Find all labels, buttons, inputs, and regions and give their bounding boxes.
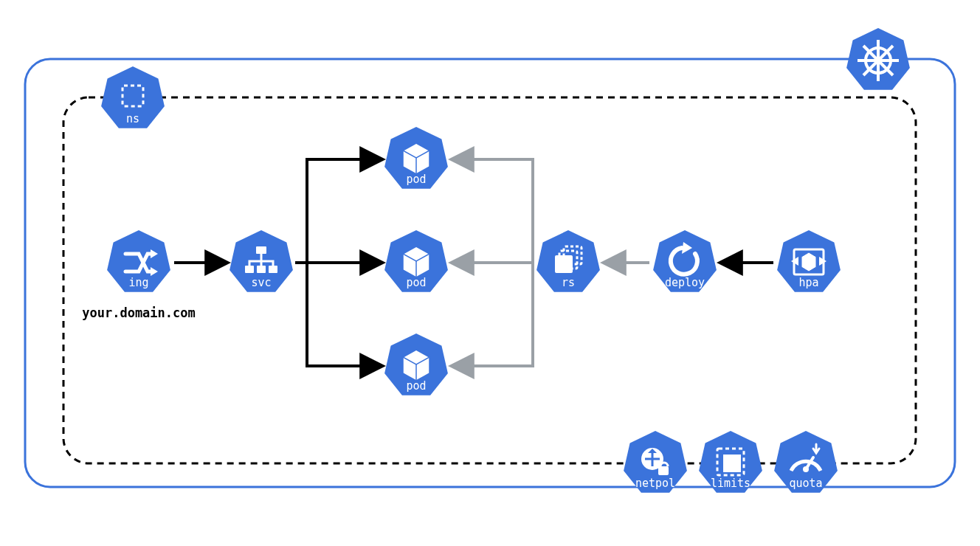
node-netpol: netpol [624, 431, 687, 493]
node-label: hpa [798, 276, 818, 289]
node-svc: svc [230, 230, 293, 292]
node-label: netpol [635, 477, 675, 490]
node-ing: ing [107, 230, 170, 292]
node-label: ns [126, 112, 139, 125]
svg-rect-21 [723, 455, 741, 472]
node-hpa: hpa [777, 230, 841, 292]
svg-rect-10 [269, 266, 277, 273]
node-rs: rs [536, 230, 600, 292]
svg-rect-16 [555, 255, 573, 273]
kubernetes-architecture-diagram: ns ing your.domain.com svc [0, 0, 980, 546]
node-limits: limits [699, 431, 762, 493]
edge-svc-pod3 [307, 263, 381, 366]
node-label: svc [251, 276, 271, 289]
node-label: pod [406, 379, 426, 393]
node-pod3: pod [384, 334, 448, 395]
node-label: quota [789, 477, 822, 490]
node-pod1: pod [384, 127, 448, 189]
edge-rs-pod3 [453, 263, 533, 366]
node-label: pod [406, 173, 426, 186]
node-pod2: pod [384, 230, 448, 292]
edge-rs-pod1 [453, 159, 533, 263]
node-label: rs [562, 276, 575, 289]
node-label: ing [128, 276, 148, 289]
svg-rect-7 [256, 246, 266, 254]
node-label: pod [406, 276, 426, 289]
node-label: deploy [665, 276, 705, 289]
svg-rect-9 [257, 266, 266, 273]
edge-svc-pod1 [307, 159, 381, 263]
node-deploy: deploy [653, 230, 717, 292]
node-label: limits [711, 477, 750, 490]
ingress-domain-label: your.domain.com [82, 305, 196, 320]
node-quota: quota [774, 431, 838, 493]
kubernetes-logo-icon [846, 28, 910, 90]
svg-rect-8 [245, 266, 254, 273]
svg-rect-19 [658, 466, 669, 475]
node-ns: ns [101, 66, 165, 128]
